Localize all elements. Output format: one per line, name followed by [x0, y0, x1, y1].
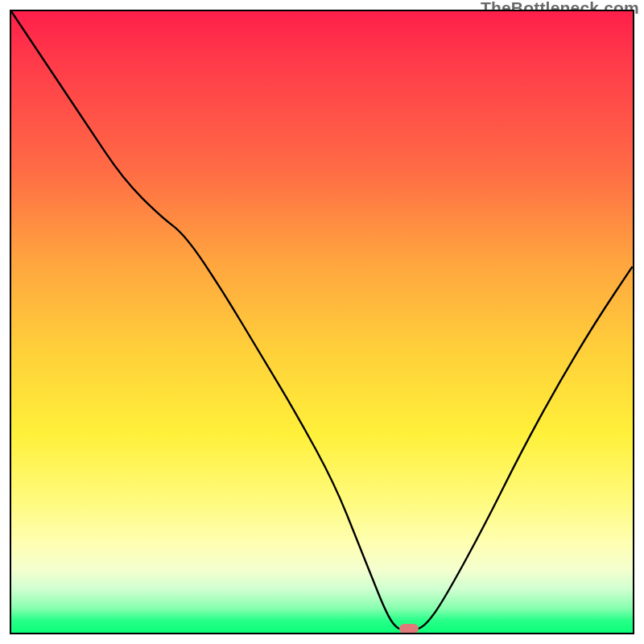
- bottleneck-curve: [11, 11, 633, 633]
- optimal-marker: [399, 624, 419, 634]
- plot-area: [10, 10, 634, 634]
- chart-container: TheBottleneck.com: [0, 0, 644, 644]
